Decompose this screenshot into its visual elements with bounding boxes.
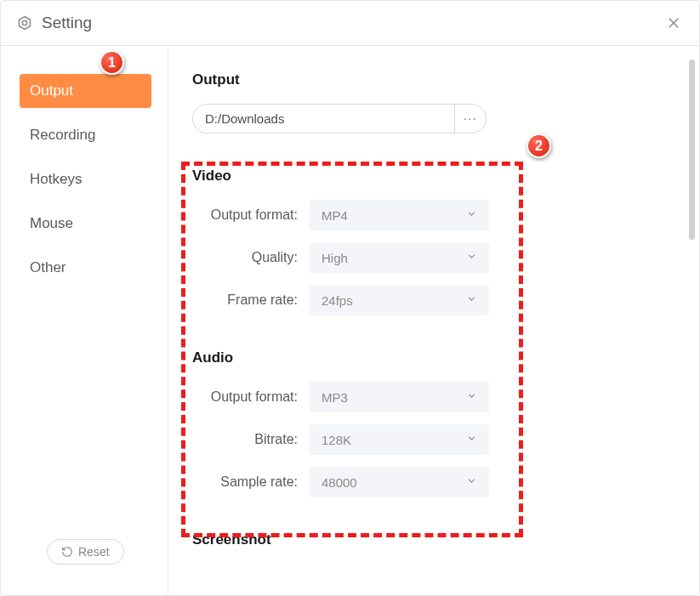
chevron-down-icon	[466, 250, 477, 265]
chevron-down-icon	[466, 389, 477, 405]
browse-button[interactable]: ···	[454, 105, 486, 133]
reset-button[interactable]: Reset	[47, 539, 124, 565]
audio-bitrate-value: 128K	[322, 433, 351, 447]
audio-bitrate-row: Bitrate: 128K	[192, 424, 675, 455]
video-format-value: MP4	[322, 208, 348, 223]
audio-format-value: MP3	[322, 390, 348, 405]
sidebar: Output Recording Hotkeys Mouse Other	[1, 46, 168, 595]
audio-samplerate-select[interactable]: 48000	[310, 467, 489, 497]
video-quality-row: Quality: High	[192, 242, 675, 273]
video-framerate-row: Frame rate: 24fps	[192, 285, 675, 315]
sidebar-item-label: Recording	[30, 127, 96, 143]
sidebar-item-output[interactable]: Output	[20, 74, 151, 108]
chevron-down-icon	[466, 207, 477, 223]
body: Output Recording Hotkeys Mouse Other	[1, 46, 699, 595]
scrollbar[interactable]	[689, 60, 695, 240]
screenshot-section-title: Screenshot	[192, 531, 675, 548]
sidebar-item-label: Output	[30, 82, 73, 99]
svg-marker-0	[20, 17, 31, 30]
audio-section-title: Audio	[192, 349, 675, 366]
ellipsis-icon: ···	[464, 111, 477, 127]
output-path-value: D:/Downloads	[193, 111, 454, 126]
window-title: Setting	[42, 14, 663, 32]
refresh-icon	[61, 546, 73, 558]
audio-format-select[interactable]: MP3	[310, 382, 489, 412]
audio-samplerate-value: 48000	[322, 475, 357, 490]
audio-format-row: Output format: MP3	[192, 382, 675, 412]
titlebar: Setting	[1, 1, 699, 46]
settings-window: Setting Output Recording Hotkeys Mouse O…	[0, 0, 700, 596]
settings-icon	[16, 14, 33, 31]
audio-bitrate-label: Bitrate:	[192, 432, 310, 447]
annotation-badge-2: 2	[526, 133, 551, 158]
svg-point-1	[22, 20, 26, 25]
sidebar-item-label: Other	[30, 259, 66, 275]
video-format-select[interactable]: MP4	[310, 200, 489, 230]
sidebar-item-other[interactable]: Other	[20, 251, 151, 285]
annotation-badge-1: 1	[100, 50, 124, 75]
chevron-down-icon	[466, 474, 477, 490]
video-quality-select[interactable]: High	[310, 242, 489, 273]
close-button[interactable]	[663, 13, 684, 33]
output-path-field[interactable]: D:/Downloads ···	[192, 104, 487, 133]
audio-bitrate-select[interactable]: 128K	[310, 424, 489, 455]
sidebar-item-mouse[interactable]: Mouse	[20, 207, 151, 241]
video-quality-label: Quality:	[192, 250, 310, 265]
video-framerate-select[interactable]: 24fps	[310, 285, 489, 315]
sidebar-item-label: Mouse	[30, 215, 73, 231]
video-quality-value: High	[322, 251, 348, 265]
chevron-down-icon	[466, 432, 477, 447]
sidebar-item-recording[interactable]: Recording	[20, 118, 151, 152]
audio-format-label: Output format:	[192, 389, 310, 405]
reset-label: Reset	[78, 545, 110, 559]
audio-settings-group: Audio Output format: MP3 Bitrate: 128K	[192, 349, 675, 497]
video-framerate-value: 24fps	[322, 293, 353, 308]
video-settings-group: Video Output format: MP4 Quality: High	[192, 167, 675, 315]
sidebar-item-label: Hotkeys	[30, 171, 82, 187]
audio-samplerate-label: Sample rate:	[192, 474, 310, 490]
video-section-title: Video	[192, 167, 675, 184]
video-format-row: Output format: MP4	[192, 200, 675, 230]
content-pane: Output D:/Downloads ··· Video Output for…	[168, 46, 699, 595]
video-framerate-label: Frame rate:	[192, 292, 310, 308]
output-section-title: Output	[192, 71, 675, 88]
chevron-down-icon	[466, 292, 477, 308]
audio-samplerate-row: Sample rate: 48000	[192, 467, 675, 497]
sidebar-item-hotkeys[interactable]: Hotkeys	[20, 162, 151, 196]
video-format-label: Output format:	[192, 207, 310, 223]
